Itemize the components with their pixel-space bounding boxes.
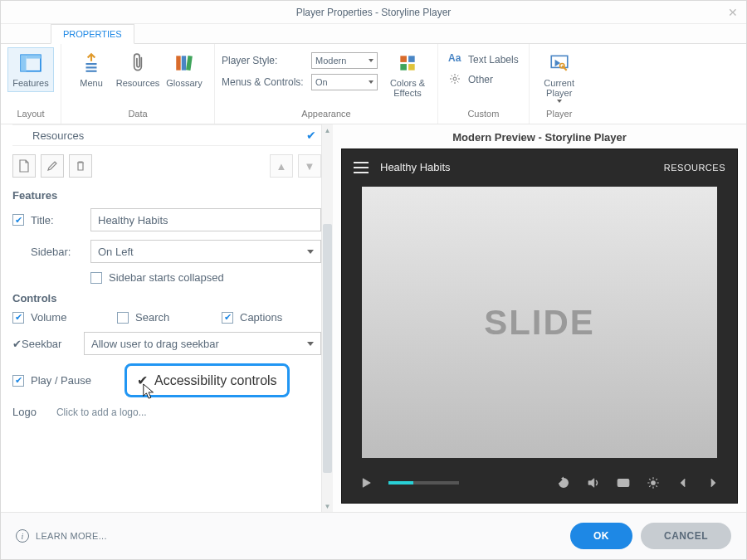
logo-label: Logo (12, 406, 37, 418)
settings-icon[interactable] (642, 472, 664, 494)
move-up-button[interactable]: ▲ (270, 154, 293, 178)
title-label: Title: (31, 214, 90, 226)
text-labels-label: Text Labels (468, 54, 519, 66)
search-checkbox[interactable] (117, 312, 129, 324)
accessibility-highlight: ✔ Accessibility controls (124, 363, 290, 397)
svg-point-18 (652, 481, 656, 485)
sidebar-select[interactable]: On Left (90, 240, 321, 263)
other-button[interactable]: Other (445, 67, 496, 87)
svg-rect-4 (86, 66, 97, 68)
hamburger-icon[interactable] (354, 162, 369, 173)
svg-rect-6 (176, 56, 180, 70)
scroll-down-icon[interactable]: ▼ (322, 500, 333, 512)
seekbar-track[interactable] (388, 481, 459, 485)
seekbar-checkbox[interactable]: ✔ (12, 338, 22, 350)
captions-label: Captions (240, 311, 282, 324)
menu-button-label: Menu (80, 78, 103, 88)
tabstrip: PROPERTIES (1, 24, 746, 44)
replay-icon[interactable] (553, 472, 574, 494)
preview-pane: Modern Preview - Storyline Player Health… (333, 124, 746, 512)
ribbon-group-custom: Aa Text Labels Other Custom (438, 44, 530, 124)
svg-rect-12 (408, 64, 415, 71)
colors-effects-button[interactable]: Colors & Effects (384, 47, 431, 102)
sidebar-collapsed-checkbox[interactable] (90, 272, 102, 284)
text-labels-button[interactable]: Aa Text Labels (445, 47, 522, 67)
learn-more-label: LEARN MORE... (36, 531, 107, 541)
seekbar-mode-select[interactable]: Allow user to drag seekbar (84, 332, 321, 355)
preview-title: Modern Preview - Storyline Player (341, 131, 738, 144)
svg-rect-2 (27, 55, 41, 58)
menu-icon (80, 51, 103, 75)
title-input[interactable] (90, 208, 321, 231)
ribbon-group-appearance: Player Style: Modern Menus & Controls: O… (215, 44, 438, 124)
section-controls-title: Controls (12, 292, 321, 304)
caret-down-icon (369, 80, 374, 84)
seekbar-label: Seekbar (22, 338, 61, 350)
captions-checkbox[interactable]: ✔ (222, 312, 233, 324)
menus-controls-select[interactable]: On (311, 74, 378, 90)
add-logo-link[interactable]: Click to add a logo... (56, 407, 147, 418)
slide-placeholder-text: SLIDE (484, 303, 595, 343)
section-features-title: Features (12, 189, 321, 202)
player-style-select[interactable]: Modern (311, 52, 378, 69)
volume-icon[interactable] (583, 472, 604, 494)
play-icon[interactable] (355, 472, 377, 494)
footer: i LEARN MORE... OK CANCEL (1, 513, 746, 559)
svg-rect-11 (400, 64, 407, 71)
caret-down-icon (557, 100, 562, 103)
caret-down-icon (307, 342, 314, 346)
edit-item-button[interactable] (41, 154, 64, 178)
svg-rect-9 (400, 56, 407, 62)
search-label: Search (135, 311, 169, 324)
accessibility-label: Accessibility controls (154, 373, 277, 388)
volume-label: Volume (31, 311, 66, 324)
svg-rect-3 (86, 63, 97, 65)
seekbar-fill (388, 481, 413, 485)
window-title: Player Properties - Storyline Player (296, 7, 452, 18)
player-properties-window: Player Properties - Storyline Player ✕ P… (0, 0, 747, 560)
resources-link[interactable]: RESOURCES (664, 163, 725, 173)
tab-properties[interactable]: PROPERTIES (51, 24, 134, 44)
scroll-up-icon[interactable]: ▲ (322, 124, 333, 136)
playpause-label: Play / Pause (31, 374, 91, 387)
title-checkbox[interactable]: ✔ (12, 214, 24, 226)
menu-button[interactable]: Menu (68, 47, 115, 92)
sidebar-value: On Left (98, 246, 134, 258)
ok-button[interactable]: OK (570, 523, 632, 549)
playpause-checkbox[interactable]: ✔ (12, 375, 24, 387)
ribbon-group-player: Current Player Player (530, 44, 589, 124)
close-icon[interactable]: ✕ (728, 6, 738, 19)
features-list-item[interactable]: Resources ✔ (12, 124, 321, 146)
scrollbar[interactable]: ▲ ▼ (321, 124, 333, 512)
captions-icon[interactable]: CC (613, 472, 634, 494)
scroll-thumb[interactable] (323, 224, 332, 473)
delete-item-button[interactable] (69, 154, 92, 178)
volume-checkbox[interactable]: ✔ (12, 312, 24, 324)
features-list-item-label: Resources (12, 129, 301, 142)
check-icon: ✔ (301, 129, 321, 142)
player-controls: CC (350, 463, 729, 503)
svg-rect-7 (182, 56, 186, 70)
glossary-button[interactable]: Glossary (161, 47, 208, 92)
next-icon[interactable] (702, 472, 724, 494)
new-item-button[interactable] (12, 154, 36, 178)
features-button[interactable]: Features (7, 47, 54, 92)
current-player-button[interactable]: Current Player (536, 47, 583, 107)
resources-button[interactable]: Resources (115, 47, 161, 92)
ribbon-group-appearance-label: Appearance (215, 107, 437, 122)
left-pane: Resources ✔ ▲ ▼ Features ✔ Title: (1, 124, 333, 512)
learn-more-link[interactable]: i LEARN MORE... (16, 529, 107, 543)
menus-controls-value: On (315, 77, 328, 87)
sidebar-collapsed-label: Sidebar starts collapsed (109, 271, 224, 284)
body: Resources ✔ ▲ ▼ Features ✔ Title: (1, 124, 746, 513)
ribbon-group-data-label: Data (61, 107, 214, 122)
tab-properties-label: PROPERTIES (63, 29, 122, 39)
cancel-button[interactable]: CANCEL (641, 523, 731, 549)
accessibility-checkbox[interactable]: ✔ (137, 373, 148, 388)
player-wrench-icon (548, 51, 571, 75)
text-labels-icon: Aa (448, 52, 463, 67)
glossary-button-label: Glossary (166, 78, 202, 88)
paperclip-icon (126, 51, 149, 75)
prev-icon[interactable] (672, 472, 694, 494)
move-down-button[interactable]: ▼ (298, 154, 321, 178)
